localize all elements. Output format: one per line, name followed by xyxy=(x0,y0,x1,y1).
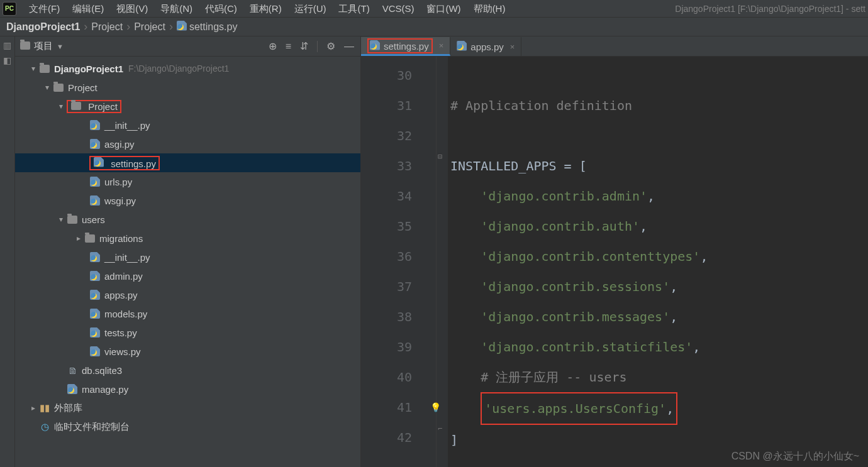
collapse-all-icon[interactable]: ⇵ xyxy=(300,40,308,52)
tree-label: models.py xyxy=(104,309,147,319)
code-content[interactable]: # Application definition INSTALLED_APPS … xyxy=(448,57,868,467)
app-logo-icon: PC xyxy=(3,2,16,16)
window-title: DjangoProject1 [F:\Django\DjangoProject1… xyxy=(675,4,868,14)
tree-label: views.py xyxy=(104,346,141,357)
chevron-down-icon[interactable]: ▼ xyxy=(57,43,64,50)
tree-label: urls.py xyxy=(104,177,132,187)
chevron-right-icon[interactable]: ▸ xyxy=(29,404,38,412)
chevron-down-icon[interactable]: ▾ xyxy=(57,102,65,111)
tree-scratches[interactable]: ◷ 临时文件和控制台 xyxy=(15,417,360,436)
tree-folder-project-inner[interactable]: ▾ Project xyxy=(15,97,360,116)
crumb-2[interactable]: Project xyxy=(134,21,165,33)
scratch-icon: ◷ xyxy=(39,421,50,432)
chevron-down-icon[interactable]: ▾ xyxy=(43,83,52,92)
tree-file[interactable]: __init__.py xyxy=(15,248,360,266)
chevron-right-icon: › xyxy=(126,20,130,33)
crumb-file-label: settings.py xyxy=(189,21,237,33)
tree-file-manage[interactable]: manage.py xyxy=(15,380,360,398)
tree-label: tests.py xyxy=(104,327,137,338)
menu-tools[interactable]: 工具(T) xyxy=(332,0,376,18)
database-icon: 🗎 xyxy=(67,365,78,376)
expand-all-icon[interactable]: ≡ xyxy=(286,41,291,52)
tab-label: apps.py xyxy=(470,41,504,52)
python-file-icon xyxy=(89,252,101,262)
editor-area: settings.py × apps.py × 3031323334353637… xyxy=(361,36,868,467)
menu-run[interactable]: 运行(U) xyxy=(288,0,333,18)
menu-edit[interactable]: 编辑(E) xyxy=(66,0,110,18)
gear-icon[interactable]: ⚙ xyxy=(326,40,335,52)
locate-icon[interactable]: ⊕ xyxy=(269,40,277,52)
python-file-icon xyxy=(89,327,101,338)
menu-bar: PC 文件(F) 编辑(E) 视图(V) 导航(N) 代码(C) 重构(R) 运… xyxy=(0,0,868,18)
project-panel-title[interactable]: 项目 xyxy=(34,40,53,52)
tree-path: F:\Django\DjangoProject1 xyxy=(128,63,229,74)
menu-file[interactable]: 文件(F) xyxy=(23,0,66,18)
tree-label: users xyxy=(82,214,105,225)
python-file-icon xyxy=(93,157,104,167)
crumb-root[interactable]: DjangoProject1 xyxy=(6,21,80,33)
menu-window[interactable]: 窗口(W) xyxy=(420,0,467,18)
tree-file[interactable]: models.py xyxy=(15,304,360,323)
watermark: CSDN @永远十八的小仙女~ xyxy=(732,450,859,463)
tree-label: asgi.py xyxy=(104,139,135,150)
crumb-1[interactable]: Project xyxy=(91,21,123,33)
python-file-icon xyxy=(89,290,101,300)
bookmark-icon[interactable]: ◧ xyxy=(3,55,11,65)
structure-icon[interactable]: ▥ xyxy=(3,40,11,50)
tree-folder-project[interactable]: ▾ Project xyxy=(15,78,360,97)
python-file-icon xyxy=(89,120,101,130)
chevron-down-icon[interactable]: ▾ xyxy=(57,215,65,224)
tool-window-stripe: ▥ ◧ xyxy=(0,36,15,467)
chevron-right-icon[interactable]: ▸ xyxy=(74,234,83,243)
fold-collapse-icon[interactable]: ⊟ xyxy=(438,152,442,161)
intention-bulb-icon[interactable]: 💡 xyxy=(430,392,441,422)
python-file-icon xyxy=(177,21,187,33)
menu-code[interactable]: 代码(C) xyxy=(199,0,243,18)
tree-label: admin.py xyxy=(104,271,143,282)
project-tree[interactable]: ▾ DjangoProject1 F:\Django\DjangoProject… xyxy=(15,57,360,467)
menu-help[interactable]: 帮助(H) xyxy=(467,0,512,18)
crumb-file[interactable]: settings.py xyxy=(177,21,237,33)
python-file-icon xyxy=(457,41,467,53)
code-editor[interactable]: 30313233343536373839404142 ⊟ ⌐ # Applica… xyxy=(361,57,868,467)
menu-vcs[interactable]: VCS(S) xyxy=(376,0,421,18)
tree-label: 临时文件和控制台 xyxy=(54,421,130,433)
tree-file[interactable]: admin.py xyxy=(15,266,360,285)
tree-folder-users[interactable]: ▾ users xyxy=(15,210,360,229)
tree-file[interactable]: __init__.py xyxy=(15,116,360,135)
close-icon[interactable]: × xyxy=(439,41,444,50)
tree-external-libraries[interactable]: ▸ ▮▮ 外部库 xyxy=(15,398,360,417)
tree-file[interactable]: views.py xyxy=(15,342,360,361)
menu-navigate[interactable]: 导航(N) xyxy=(154,0,199,18)
tree-file-db[interactable]: 🗎 db.sqlite3 xyxy=(15,361,360,380)
tab-apps[interactable]: apps.py × xyxy=(450,37,521,56)
tree-label: __init__.py xyxy=(104,120,150,131)
python-file-icon xyxy=(89,139,101,149)
tree-root[interactable]: ▾ DjangoProject1 F:\Django\DjangoProject… xyxy=(15,59,360,78)
project-panel: 项目 ▼ ⊕ ≡ ⇵ ⚙ — ▾ DjangoProject1 F:\Djang… xyxy=(15,36,361,467)
menu-view[interactable]: 视图(V) xyxy=(110,0,154,18)
tree-label: wsgi.py xyxy=(104,195,136,206)
tree-file[interactable]: apps.py xyxy=(15,285,360,304)
tree-label: migrations xyxy=(99,233,143,244)
tree-file[interactable]: wsgi.py xyxy=(15,191,360,210)
tree-label: apps.py xyxy=(104,290,138,300)
close-icon[interactable]: × xyxy=(510,42,515,52)
editor-tabs: settings.py × apps.py × xyxy=(361,36,868,57)
tab-settings[interactable]: settings.py × xyxy=(361,37,450,56)
python-file-icon xyxy=(370,40,380,52)
tree-file[interactable]: urls.py xyxy=(15,172,360,191)
tree-folder-migrations[interactable]: ▸ migrations xyxy=(15,229,360,248)
menu-refactor[interactable]: 重构(R) xyxy=(243,0,288,18)
fold-end-icon[interactable]: ⌐ xyxy=(438,424,442,433)
chevron-down-icon[interactable]: ▾ xyxy=(29,64,38,73)
folder-icon xyxy=(70,102,82,110)
tree-file[interactable]: tests.py xyxy=(15,323,360,342)
hide-icon[interactable]: — xyxy=(344,41,354,52)
python-file-icon xyxy=(89,346,101,356)
folder-icon xyxy=(67,216,78,224)
chevron-right-icon: › xyxy=(84,20,87,33)
tree-file-settings[interactable]: settings.py xyxy=(15,153,360,172)
tree-file[interactable]: asgi.py xyxy=(15,135,360,153)
python-file-icon xyxy=(89,177,101,187)
